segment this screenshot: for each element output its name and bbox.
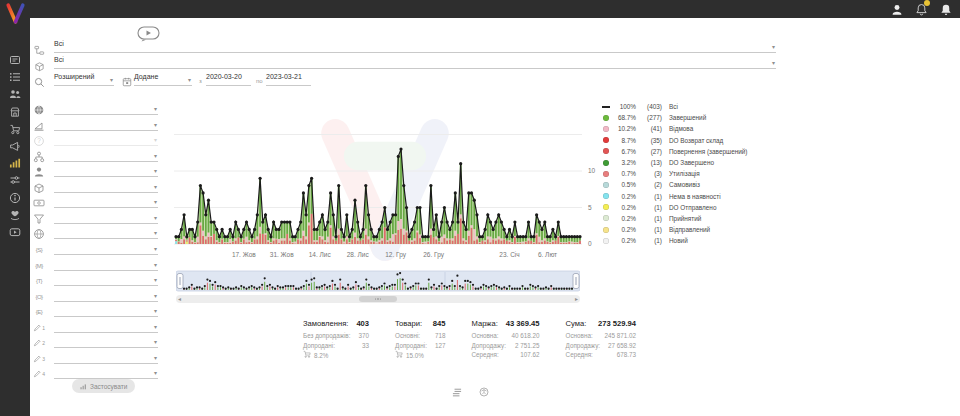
nav-store-icon[interactable]: [0, 104, 30, 120]
pencil-icon: 3: [33, 353, 45, 365]
chart-legend: 100% (403) Всі 68.7% (277) Завершений 10…: [601, 101, 747, 246]
search-mode-dropdown[interactable]: Розширений ▾: [54, 73, 114, 86]
filter-dropdown[interactable]: ▾: [54, 351, 158, 364]
date-field-dropdown[interactable]: Додане ▾: [134, 73, 192, 86]
filter-dropdown[interactable]: ▾: [54, 149, 158, 162]
analytics-dashboard: Всі ▾ Всі ▾ Розширений ▾ Додане ▾ з 2020…: [0, 0, 960, 416]
stat-sub-value: 27 658.92: [608, 341, 636, 351]
category-filter-input[interactable]: Всі ▾: [54, 40, 776, 53]
chevron-down-icon: ▾: [154, 121, 157, 128]
legend-item[interactable]: 6.7% (27) Повернення (завершений): [601, 146, 747, 157]
filter-dropdown[interactable]: ▾: [54, 320, 158, 333]
filter-dropdown[interactable]: ▾: [54, 289, 158, 302]
chart-range-brush[interactable]: [176, 269, 580, 294]
filter-dropdown[interactable]: ▾: [54, 226, 158, 239]
legend-item[interactable]: 0.2% (1) Нема в наявності: [601, 191, 747, 202]
legend-dot-marker: [603, 160, 609, 166]
topbar-icon-group: [891, 2, 952, 20]
chevron-down-icon: ▾: [154, 152, 157, 159]
nav-info-icon[interactable]: [0, 190, 30, 206]
legend-percent: 8.7%: [613, 137, 636, 144]
filter-dropdown[interactable]: ▾: [54, 195, 158, 208]
legend-item[interactable]: 10.2% (41) Відмова: [601, 123, 747, 134]
tag-{S}-icon: {S}: [33, 244, 45, 256]
legend-count: (2): [636, 181, 662, 188]
scroll-left-arrow[interactable]: ◂: [178, 295, 181, 303]
legend-item[interactable]: 0.7% (3) Утилізація: [601, 168, 747, 179]
alerts-bell-icon[interactable]: [940, 2, 952, 20]
tag-{M}-icon: {M}: [33, 260, 45, 272]
notifications-bell-icon[interactable]: [916, 2, 927, 20]
chart-scrollbar[interactable]: ◂ ▸: [176, 295, 580, 303]
product-filter-input[interactable]: Всі ▾: [54, 56, 776, 69]
legend-count: (13): [636, 159, 662, 166]
legend-percent: 68.7%: [613, 114, 636, 121]
stat-value: 845: [433, 319, 446, 328]
filter-dropdown[interactable]: ▾: [54, 102, 158, 115]
chevron-down-icon: ▾: [154, 307, 157, 314]
app-logo[interactable]: [3, 1, 28, 30]
filter-dropdown[interactable]: ▾: [54, 164, 158, 177]
filter-dropdown[interactable]: ▾: [54, 258, 158, 271]
svg-text:28. Лис: 28. Лис: [347, 251, 370, 258]
brush-handle-right: [573, 274, 579, 289]
legend-item[interactable]: 0.2% (1) Новий: [601, 235, 747, 246]
filter-dropdown[interactable]: ▾: [54, 304, 158, 317]
filter-dropdown[interactable]: ▾: [54, 273, 158, 286]
date-field-value: Додане: [134, 73, 158, 80]
legend-item[interactable]: 8.7% (35) DO Возврат склад: [601, 135, 747, 146]
tag-{E}-icon: {E}: [33, 306, 45, 318]
legend-item[interactable]: 0.2% (1) Відправлений: [601, 224, 747, 235]
nav-delivery-icon[interactable]: [0, 121, 30, 137]
date-to-input[interactable]: 2023-03-21: [266, 73, 311, 86]
legend-item[interactable]: 0.5% (2) Самовивіз: [601, 179, 747, 190]
notification-badge: [924, 0, 930, 6]
filter-dropdown[interactable]: ▾: [54, 242, 158, 255]
chevron-down-icon: ▾: [154, 214, 157, 221]
legend-item[interactable]: 3.2% (13) DO Завершено: [601, 157, 747, 168]
legend-item[interactable]: 100% (403) Всі: [601, 101, 747, 112]
nav-orders-icon[interactable]: [0, 69, 30, 85]
user-avatar-icon[interactable]: [891, 2, 903, 20]
orders-timeseries-chart[interactable]: 051017. Жов31. Жов14. Лис28. Лис12. Гру2…: [172, 98, 604, 268]
legend-item[interactable]: 0.2% (1) Прийнятий: [601, 213, 747, 224]
chevron-down-icon: ▾: [154, 354, 157, 361]
filter-dropdown[interactable]: ▾: [54, 118, 158, 131]
nav-clients-icon[interactable]: [0, 86, 30, 102]
chevron-down-icon: ▾: [154, 261, 157, 268]
stat-sub-label: Допродані:: [395, 341, 427, 351]
legend-label: DO Отправлено: [669, 204, 716, 211]
legend-dot-marker: [603, 171, 609, 177]
product-view-icon[interactable]: [479, 383, 489, 401]
nav-partners-icon[interactable]: [0, 207, 30, 223]
sitemap-icon: [33, 151, 45, 163]
filter-dropdown[interactable]: ▾: [54, 366, 158, 379]
legend-percent: 10.2%: [613, 125, 636, 132]
nav-settings-icon[interactable]: [0, 172, 30, 188]
scroll-right-arrow[interactable]: ▸: [575, 295, 578, 303]
nav-dashboard-icon[interactable]: [0, 52, 30, 68]
legend-count: (1): [636, 226, 662, 233]
cart-icon: [395, 350, 403, 361]
filter-dropdown[interactable]: ▾: [54, 211, 158, 224]
filter-dropdown[interactable]: ▾: [54, 335, 158, 348]
legend-item[interactable]: 0.2% (1) DO Отправлено: [601, 202, 747, 213]
nav-analytics-icon[interactable]: [0, 155, 30, 171]
legend-label: Відмова: [669, 125, 693, 132]
legend-item[interactable]: 68.7% (277) Завершений: [601, 112, 747, 123]
nav-video-icon[interactable]: [0, 224, 30, 240]
list-view-icon[interactable]: [452, 383, 462, 401]
nav-marketing-icon[interactable]: [0, 138, 30, 154]
svg-text:17. Жов: 17. Жов: [232, 251, 256, 258]
stat-sub-value: 33: [362, 341, 369, 351]
filter-dropdown[interactable]: ▾: [54, 180, 158, 193]
apply-button[interactable]: Застосувати: [72, 379, 135, 393]
chevron-down-icon: ▾: [154, 276, 157, 283]
svg-text:26. Гру: 26. Гру: [423, 251, 445, 259]
stat-title: Сума:: [566, 319, 587, 328]
date-from-input[interactable]: 2020-03-20: [206, 73, 251, 86]
legend-label: Прийнятий: [669, 215, 701, 222]
svg-text:10: 10: [588, 167, 596, 174]
scrollbar-thumb[interactable]: [359, 296, 397, 302]
legend-dot-marker: [603, 115, 609, 121]
